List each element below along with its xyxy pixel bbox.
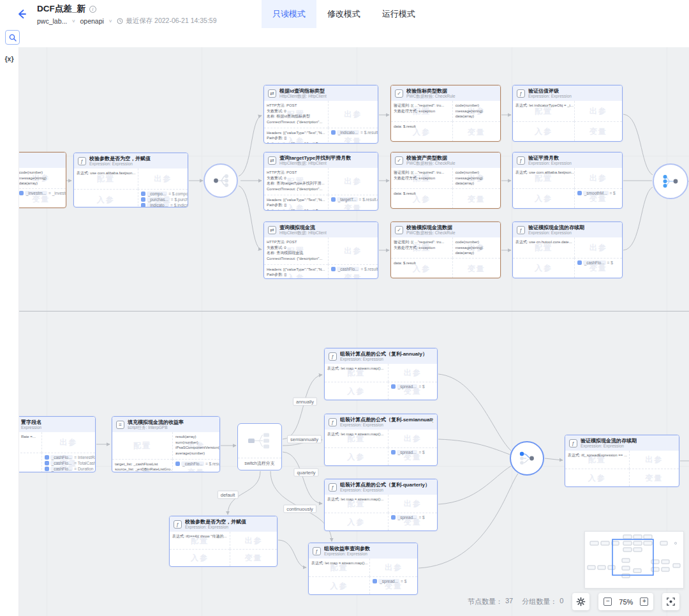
- node-header: [19, 153, 66, 168]
- node-subtitle: Expression: Expression: [340, 423, 433, 427]
- var-badge-icon: [141, 197, 145, 202]
- node-titles: 查询模拟现金流HttpClient数据: HttpClient: [279, 225, 327, 236]
- node-quad-rt: 出参code(number)message(string)data(array): [452, 237, 500, 258]
- flow-node-expr-verify-cashflow-duration[interactable]: ƒ验证模拟现金流的存续期Expression: Expression配置表达式:…: [512, 222, 623, 278]
- config-lines: 验证规则: [{ ..."required": tru...失败处理方式: ex…: [394, 170, 450, 181]
- minimap[interactable]: [584, 531, 684, 589]
- node-body: 配置验证规则: [{ ..."required": tru...失败处理方式: …: [391, 168, 500, 209]
- node-quad-lb: 入参: [325, 447, 388, 465]
- flow-node-expr-verify-valuation-rating[interactable]: ƒ验证估值评级Expression: Expression配置表达式: let …: [512, 85, 623, 142]
- zoom-in-button[interactable]: +: [640, 597, 648, 606]
- chevron-down-icon[interactable]: ∨: [71, 19, 75, 24]
- tab-mode-1[interactable]: 修改模式: [316, 0, 371, 28]
- var-badge-icon: [45, 467, 49, 471]
- flow-node-http-query-targettype-smooth-months[interactable]: ⇄查询targetType并找到平滑月数HttpClient数据: HttpCl…: [263, 152, 378, 211]
- quad-watermark: 入参: [330, 580, 348, 591]
- http-icon: ⇄: [268, 89, 276, 98]
- var-name: _purchas...: [147, 197, 170, 202]
- node-title: 校验参数是否为空，并赋值: [185, 519, 246, 525]
- var-tags: _cashFlo...= $: [577, 260, 619, 265]
- flow-node-expr-build-spread-formula-annually[interactable]: ƒ组装计算点差的公式（复利-annualy）Expression: Expres…: [324, 348, 438, 400]
- expr-icon: ƒ: [313, 547, 321, 555]
- flow-node-check-indicator-type-data[interactable]: ✓校验指标类型数据PWC数据校验: CheckRule配置验证规则: [{ ..…: [390, 85, 501, 142]
- config-lines: code(number)message(string)data(array): [456, 103, 498, 119]
- var-tags: _investm...= _investm...: [19, 191, 63, 195]
- node-header: ƒ验证模拟现金流的存续期Expression: Expression: [565, 435, 679, 451]
- variables-icon[interactable]: {x}: [0, 55, 19, 63]
- config-lines: HTTP方法: POST失败重试: 0名称: 查询targetType并找到平滑…: [267, 170, 325, 192]
- var-tags: _spread...= $: [391, 450, 434, 454]
- info-icon[interactable]: i: [89, 6, 96, 13]
- quad-watermark: 出参: [404, 433, 422, 444]
- node-titles: 查询targetType并找到平滑月数HttpClient数据: HttpCli…: [279, 155, 351, 166]
- flow-node-expr-build-spread-formula-quarterly[interactable]: ƒ组装计算点差的公式（复利-quarterly）Expression: Expr…: [324, 479, 438, 531]
- flow-node-check-asset-type-data[interactable]: ✓校验资产类型数据PWC数据校验: CheckRule配置验证规则: [{ ..…: [390, 152, 501, 209]
- search-button[interactable]: [5, 30, 20, 45]
- config-lines: Headers: [{"valueType":"Text","N...Path参…: [267, 130, 325, 144]
- expr-icon: ƒ: [517, 226, 525, 234]
- flow-node-checkrule-clipped-left[interactable]: 出参code(number)message(string)data(array)…: [19, 152, 66, 208]
- search-icon: [9, 34, 17, 41]
- flow-node-expr-build-yield-query-params[interactable]: ƒ组装收益率查询参数Expression: Expression配置表达式: l…: [308, 543, 418, 595]
- var-badge-icon: [45, 455, 49, 460]
- config-lines: 表达式: let indicatorTypeObj = _i...: [515, 103, 572, 109]
- tab-mode-0[interactable]: 只读模式: [262, 0, 316, 28]
- quad-watermark: 出参: [59, 437, 77, 448]
- tab-mode-2[interactable]: 运行模式: [371, 0, 426, 28]
- node-body: 配置表达式: use com.alibaba.fastjson...出参入参变量…: [74, 169, 188, 207]
- node-body: 配置HTTP方法: POST失败重试: 0名称: 查询模拟现金流ConnectT…: [264, 237, 378, 279]
- node-titles: 验证模拟现金流的存续期Expression: Expression: [528, 225, 584, 236]
- flow-node-switch-flow-branch[interactable]: switch流程分支: [237, 423, 282, 470]
- switch-icon: [238, 424, 281, 458]
- node-quad-rt: 出参: [328, 101, 378, 128]
- flow-node-expr-verify-smooth-months[interactable]: ƒ验证平滑月数Expression: Expression配置表达式: use …: [512, 152, 623, 209]
- var-badge-icon: [391, 450, 396, 454]
- node-titles: 组装计算点差的公式（复利-quarterly）Expression: Expre…: [340, 482, 430, 493]
- node-body: 配置出参result(array)sum(number)iPsaSCompone…: [112, 432, 219, 472]
- node-quad-rb: 变量_spread...= $: [388, 447, 437, 465]
- edge-label-default: default: [218, 491, 239, 499]
- connector-parallel-split[interactable]: [204, 163, 238, 198]
- node-quad-lb: 入参: [513, 258, 574, 278]
- api-select[interactable]: openapi: [80, 17, 104, 25]
- node-body: 配置验证规则: [{ ..."required": tru...失败处理方式: …: [391, 101, 500, 142]
- node-quad-lt: 配置表达式: let indicatorTypeObj = _i...: [513, 101, 574, 121]
- node-quad-lb: 入参: [513, 188, 574, 209]
- connector-parallel-join[interactable]: [653, 163, 688, 199]
- flow-node-http-query-indicator-by-id[interactable]: ⇄根据id查询指标类型HttpClient数据: HttpClient配置HTT…: [263, 85, 378, 144]
- chevron-down-icon[interactable]: ∨: [108, 19, 112, 24]
- fit-view-button[interactable]: [662, 593, 679, 610]
- expr-icon: ƒ: [569, 439, 577, 447]
- flow-node-expr-verify-cashflow-duration-2[interactable]: ƒ验证模拟现金流的存续期Expression: Expression配置表达式:…: [565, 435, 679, 487]
- var-tag: _cashFlo...= InterestRate: [45, 455, 95, 460]
- var-tag: _targetT...= $.result.data: [331, 197, 378, 202]
- flow-node-script-fill-cashflow-yield[interactable]: ≡填充模拟现金流的收益率script任务: InterpGPB配置出参resul…: [112, 416, 220, 472]
- config-lines: 表达式: let map = stream.map()...: [327, 497, 385, 502]
- settings-button[interactable]: [572, 593, 589, 610]
- flow-node-expr-set-field-name-clipped[interactable]: 置字段名ExpressionRate =...出参变量_cashFlo...= …: [19, 416, 96, 472]
- node-quad-lt: 配置验证规则: [{ ..."required": tru...失败处理方式: …: [391, 101, 452, 121]
- var-badge-icon: [141, 192, 145, 196]
- var-tag: _spread...= $: [391, 384, 425, 389]
- flow-node-expr-check-params-assign-2[interactable]: ƒ校验参数是否为空，并赋值Expression: Expression配置表达式…: [169, 516, 278, 567]
- flow-node-expr-build-spread-formula-semiannually[interactable]: ƒ组装计算点差的公式（复利-semiannually）Expression: E…: [324, 414, 438, 466]
- node-title: 置字段名: [21, 419, 41, 425]
- node-title: 校验参数是否为空，并赋值: [89, 156, 151, 162]
- flow-canvas[interactable]: 出参code(number)message(string)data(array)…: [19, 47, 689, 616]
- back-icon[interactable]: [15, 8, 28, 20]
- connector-branch-merge[interactable]: [510, 441, 544, 476]
- node-quad-lb: 入参: [309, 576, 369, 594]
- quad-watermark: 入参: [347, 386, 365, 396]
- zoom-out-button[interactable]: −: [604, 597, 612, 606]
- flow-node-expr-check-params-assign[interactable]: ƒ校验参数是否为空，并赋值Expression: Expression配置表达式…: [73, 153, 188, 207]
- var-value: = $.result.dat...: [360, 267, 378, 271]
- var-value: = $: [610, 191, 616, 195]
- flow-node-http-query-simulated-cashflow[interactable]: ⇄查询模拟现金流HttpClient数据: HttpClient配置HTTP方法…: [263, 222, 378, 279]
- node-title: 验证模拟现金流的存续期: [528, 225, 584, 230]
- node-titles: 组装计算点差的公式（复利-semiannually）Expression: Ex…: [340, 417, 433, 428]
- flow-node-check-simulated-cashflow-data[interactable]: ✓校验模拟现金流数据PWC数据校验: CheckRule配置验证规则: [{ .…: [390, 222, 501, 278]
- quad-watermark: 变量: [344, 136, 362, 144]
- node-header: ƒ组装计算点差的公式（复利-annualy）Expression: Expres…: [325, 349, 437, 364]
- node-body: 配置表达式: let map = stream.map()...出参入参变量_s…: [325, 495, 437, 530]
- workspace-select[interactable]: pwc_lab...: [37, 17, 67, 25]
